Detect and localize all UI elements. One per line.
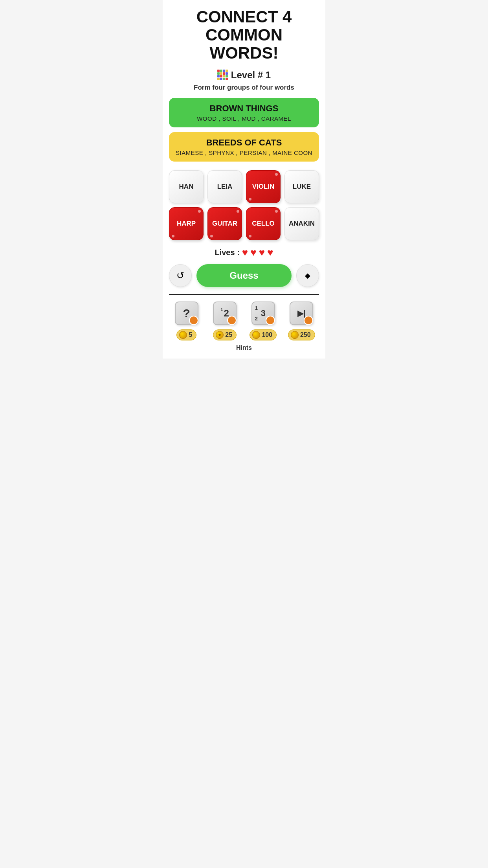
shuffle-button[interactable]: ↺ (169, 264, 192, 287)
hint-icon-arrange: 1323 (250, 300, 277, 327)
level-label: Level # 1 (231, 70, 271, 81)
hints-section: ?512★251323100▶|250 Hints (169, 294, 319, 355)
lives-row: Lives : ♥ ♥ ♥ ♥ (215, 246, 273, 259)
hint-badge-arrange (266, 316, 275, 325)
hint-icon-skip: ▶| (288, 300, 315, 327)
hint-cost-arrange: 100 (250, 329, 277, 340)
hint-cost-amount-swap: 25 (225, 331, 232, 338)
pixel-grid-icon (217, 70, 228, 80)
word-tile-guitar[interactable]: GUITAR (207, 207, 242, 240)
word-tile-luke[interactable]: LUKE (284, 170, 319, 203)
hint-cost-amount-skip: 250 (300, 331, 311, 338)
app-container: CONNECT 4COMMON WORDS! Level # 1 Form fo… (163, 0, 325, 359)
subtitle: Form four groups of four words (194, 84, 294, 92)
word-tile-harp[interactable]: HARP (169, 207, 204, 240)
level-row: Level # 1 (217, 70, 271, 81)
lives-label: Lives : (215, 248, 239, 257)
word-grid: HANLEIAVIOLINLUKEHARPGUITARCELLOANAKIN (169, 170, 319, 240)
hint-cost-skip: 250 (288, 329, 315, 340)
word-tile-violin[interactable]: VIOLIN (246, 170, 281, 203)
hint-cost-amount-arrange: 100 (262, 331, 272, 338)
category-breeds-of-cats: BREEDS OF CATS SIAMESE , SPHYNX , PERSIA… (169, 132, 319, 162)
hint-cost-amount-reveal: 5 (189, 331, 192, 338)
shuffle-icon: ↺ (176, 270, 184, 281)
hints-label: Hints (169, 342, 319, 355)
hint-item-arrange[interactable]: 1323100 (246, 300, 281, 340)
category-brown-things: BROWN THINGS WOOD , SOIL , MUD , CARAMEL (169, 98, 319, 127)
hint-badge-skip (304, 316, 313, 325)
hint-item-reveal[interactable]: ?5 (169, 300, 204, 340)
word-tile-anakin[interactable]: ANAKIN (284, 207, 319, 240)
category-title-green: BROWN THINGS (175, 103, 313, 114)
hint-badge-swap (227, 316, 237, 325)
category-words-green: WOOD , SOIL , MUD , CARAMEL (175, 115, 313, 122)
hint-icon-swap: 12 (211, 300, 238, 327)
hint-cost-swap: ★25 (213, 329, 237, 340)
hint-item-swap[interactable]: 12★25 (207, 300, 243, 340)
heart-1: ♥ (242, 246, 248, 259)
guess-button[interactable]: Guess (196, 264, 292, 287)
category-words-yellow: SIAMESE , SPHYNX , PERSIAN , MAINE COON (175, 149, 313, 156)
action-row: ↺ Guess ◆ (169, 264, 319, 287)
heart-4: ♥ (267, 246, 273, 259)
word-tile-han[interactable]: HAN (169, 170, 204, 203)
eraser-button[interactable]: ◆ (296, 264, 319, 287)
word-tile-cello[interactable]: CELLO (246, 207, 281, 240)
hint-item-skip[interactable]: ▶|250 (284, 300, 319, 340)
hints-grid: ?512★251323100▶|250 (169, 295, 319, 342)
word-tile-leia[interactable]: LEIA (207, 170, 242, 203)
heart-2: ♥ (250, 246, 256, 259)
eraser-icon: ◆ (305, 271, 310, 280)
hint-badge-reveal (189, 316, 198, 325)
category-title-yellow: BREEDS OF CATS (175, 138, 313, 148)
hint-cost-reveal: 5 (176, 329, 196, 340)
hint-icon-reveal: ? (173, 300, 200, 327)
page-title: CONNECT 4COMMON WORDS! (169, 8, 319, 63)
heart-3: ♥ (259, 246, 265, 259)
